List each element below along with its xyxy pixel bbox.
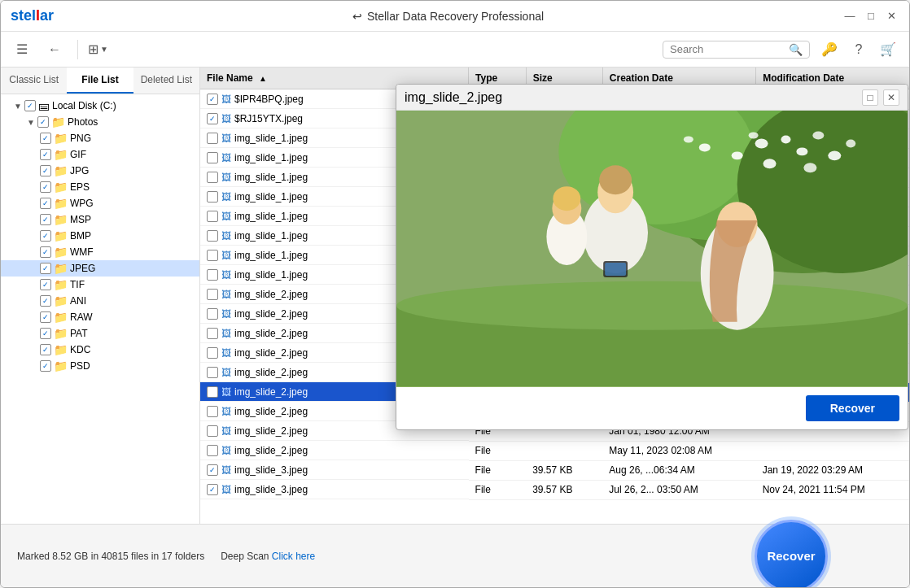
row-checkbox[interactable] [207,484,218,495]
checkbox-bmp[interactable] [40,230,51,242]
folder-icon-png: 📁 [54,132,68,145]
checkbox-msp[interactable] [40,214,51,225]
row-checkbox[interactable] [207,230,218,242]
checkbox-gif[interactable] [40,149,51,160]
close-button[interactable]: ✕ [885,9,899,24]
row-checkbox[interactable] [207,464,218,476]
row-checkbox[interactable] [207,445,218,456]
tree-item-eps[interactable]: 📁 EPS [1,179,199,195]
search-input[interactable] [670,43,784,55]
tree-label-photos: Photos [68,116,98,128]
checkbox-tif[interactable] [40,279,51,290]
row-checkbox[interactable] [207,113,218,124]
key-button[interactable]: 🔑 [816,37,842,63]
tree-item-local-disk[interactable]: ▼ 🖴 Local Disk (C:) [1,98,199,114]
svg-point-21 [599,165,632,194]
back-button[interactable]: ← [42,37,68,63]
menu-button[interactable]: ☰ [9,37,35,63]
row-checkbox[interactable] [207,386,218,398]
row-checkbox[interactable] [207,133,218,144]
deep-scan-label: Deep Scan [221,551,269,562]
checkbox-psd[interactable] [40,360,51,372]
tree-item-psd[interactable]: 📁 PSD [1,358,199,374]
preview-close-button[interactable]: ✕ [883,89,899,106]
tree-label-raw: RAW [70,311,93,323]
checkbox-local-disk[interactable] [24,100,36,111]
row-checkbox[interactable] [207,308,218,320]
checkbox-photos[interactable] [37,116,49,128]
app-logo: stellar [11,7,54,24]
table-row[interactable]: 🖼img_slide_3.jpegFile39.57 KBAug 26, ...… [200,460,909,480]
tree-item-pat[interactable]: 📁 PAT [1,325,199,342]
table-row[interactable]: 🖼img_slide_2.jpegFileMay 11, 2023 02:08 … [200,441,909,460]
row-checkbox[interactable] [207,211,218,222]
tree-item-png[interactable]: 📁 PNG [1,130,199,146]
row-checkbox[interactable] [207,191,218,203]
row-checkbox[interactable] [207,406,218,417]
tree-item-wmf[interactable]: 📁 WMF [1,244,199,260]
table-row[interactable]: 🖼img_slide_3.jpegFile39.57 KBJul 26, 2..… [200,480,909,499]
tree-item-wpg[interactable]: 📁 WPG [1,195,199,211]
tree-item-jpg[interactable]: 📁 JPG [1,163,199,179]
help-button[interactable]: ? [846,37,872,63]
row-checkbox[interactable] [207,347,218,359]
tree-item-photos[interactable]: ▼ 📁 Photos [1,114,199,130]
row-checkbox[interactable] [207,94,218,105]
search-icon[interactable]: 🔍 [789,43,803,56]
checkbox-wmf[interactable] [40,246,51,258]
checkbox-raw[interactable] [40,311,51,323]
titlebar-controls: — □ ✕ [842,9,899,24]
checkbox-ani[interactable] [40,295,51,307]
tree-item-msp[interactable]: 📁 MSP [1,211,199,228]
row-checkbox[interactable] [207,328,218,339]
checkbox-jpeg[interactable] [40,263,51,274]
row-checkbox[interactable] [207,289,218,300]
main-area: Classic List File List Deleted List ▼ 🖴 … [1,68,909,524]
row-checkbox[interactable] [207,425,218,437]
recover-dialog-button[interactable]: Recover [806,395,899,421]
file-name: $RJ15YTX.jpeg [234,113,303,124]
row-checkbox[interactable] [207,172,218,183]
tree-item-tif[interactable]: 📁 TIF [1,277,199,293]
sort-indicator: ▲ [259,74,267,83]
deep-scan-link[interactable]: Click here [272,551,315,562]
file-name-cell: 🖼img_slide_2.jpeg [200,441,469,460]
file-created: Jul 26, 2... 03:50 AM [602,480,755,499]
tab-deleted-list[interactable]: Deleted List [133,68,199,94]
tab-classic-list[interactable]: Classic List [1,68,67,94]
file-icon: 🖼 [221,133,231,144]
content-area: File Name ▲ Type Size Creation Date Modi… [200,68,909,524]
bottom-info: Marked 8.52 GB in 40815 files in 17 fold… [17,551,204,562]
checkbox-pat[interactable] [40,328,51,339]
view-toggle-button[interactable]: ⊞ ▼ [88,41,108,57]
preview-restore-button[interactable]: □ [862,89,878,106]
search-box: 🔍 [663,41,810,59]
checkbox-kdc[interactable] [40,344,51,355]
minimize-button[interactable]: — [842,9,857,24]
folder-icon-kdc: 📁 [54,343,68,356]
checkbox-eps[interactable] [40,181,51,193]
checkbox-wpg[interactable] [40,198,51,209]
row-checkbox[interactable] [207,152,218,163]
tree-label-gif: GIF [70,149,86,160]
tab-file-list[interactable]: File List [67,68,133,94]
folder-icon-ani: 📁 [54,294,68,307]
tree-item-bmp[interactable]: 📁 BMP [1,228,199,244]
tree-label-tif: TIF [70,279,85,290]
tree-label-wpg: WPG [70,198,94,209]
checkbox-jpg[interactable] [40,165,51,176]
row-checkbox[interactable] [207,367,218,378]
tree-item-gif[interactable]: 📁 GIF [1,146,199,163]
row-checkbox[interactable] [207,250,218,261]
tree-label-msp: MSP [70,214,91,225]
cart-button[interactable]: 🛒 [875,37,901,63]
checkbox-png[interactable] [40,133,51,144]
svg-point-24 [553,186,580,211]
recover-main-button[interactable]: Recover [755,520,828,589]
tree-item-ani[interactable]: 📁 ANI [1,293,199,309]
row-checkbox[interactable] [207,269,218,281]
tree-item-raw[interactable]: 📁 RAW [1,309,199,325]
maximize-button[interactable]: □ [864,9,878,24]
tree-item-kdc[interactable]: 📁 KDC [1,342,199,358]
tree-item-jpeg[interactable]: 📁 JPEG [1,260,199,277]
